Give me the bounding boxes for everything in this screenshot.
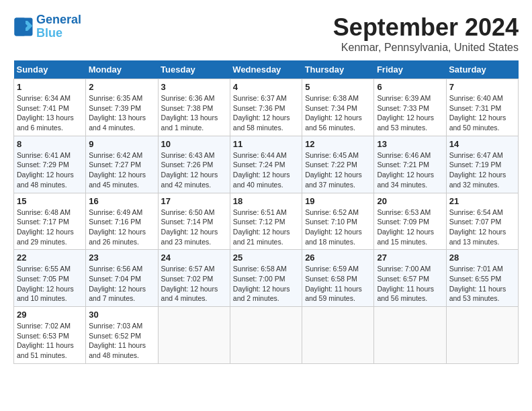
day-info: Sunrise: 6:39 AMSunset: 7:33 PMDaylight:…	[377, 93, 443, 133]
calendar-cell: 13Sunrise: 6:46 AMSunset: 7:21 PMDayligh…	[374, 136, 446, 193]
calendar-cell: 9Sunrise: 6:42 AMSunset: 7:27 PMDaylight…	[86, 136, 158, 193]
calendar-cell: 3Sunrise: 6:36 AMSunset: 7:38 PMDaylight…	[158, 79, 230, 136]
calendar-cell	[374, 307, 446, 364]
day-number: 24	[161, 253, 227, 263]
calendar-cell	[158, 307, 230, 364]
day-number: 6	[377, 82, 443, 92]
day-number: 16	[89, 196, 154, 206]
calendar-header-row: SundayMondayTuesdayWednesdayThursdayFrid…	[14, 60, 519, 79]
calendar-cell: 25Sunrise: 6:58 AMSunset: 7:00 PMDayligh…	[230, 250, 302, 307]
day-number: 28	[449, 253, 515, 263]
calendar-cell: 29Sunrise: 7:02 AMSunset: 6:53 PMDayligh…	[14, 307, 86, 364]
calendar-week-5: 29Sunrise: 7:02 AMSunset: 6:53 PMDayligh…	[14, 307, 519, 364]
day-number: 9	[89, 139, 154, 149]
calendar-week-2: 8Sunrise: 6:41 AMSunset: 7:29 PMDaylight…	[14, 136, 519, 193]
day-info: Sunrise: 6:41 AMSunset: 7:29 PMDaylight:…	[17, 150, 83, 190]
calendar-cell	[230, 307, 302, 364]
calendar-cell: 15Sunrise: 6:48 AMSunset: 7:17 PMDayligh…	[14, 193, 86, 250]
day-info: Sunrise: 6:38 AMSunset: 7:34 PMDaylight:…	[305, 93, 371, 133]
calendar-cell: 14Sunrise: 6:47 AMSunset: 7:19 PMDayligh…	[446, 136, 518, 193]
day-info: Sunrise: 6:58 AMSunset: 7:00 PMDaylight:…	[233, 264, 299, 304]
weekday-header-sunday: Sunday	[14, 60, 86, 79]
day-number: 23	[89, 253, 154, 263]
page-title: September 2024	[333, 13, 519, 42]
day-number: 25	[233, 253, 299, 263]
day-info: Sunrise: 6:43 AMSunset: 7:26 PMDaylight:…	[161, 150, 227, 190]
calendar-cell: 17Sunrise: 6:50 AMSunset: 7:14 PMDayligh…	[158, 193, 230, 250]
day-number: 4	[233, 82, 299, 92]
day-info: Sunrise: 7:03 AMSunset: 6:52 PMDaylight:…	[89, 321, 154, 361]
day-info: Sunrise: 6:47 AMSunset: 7:19 PMDaylight:…	[449, 150, 515, 190]
day-number: 3	[161, 82, 227, 92]
calendar-week-4: 22Sunrise: 6:55 AMSunset: 7:05 PMDayligh…	[14, 250, 519, 307]
logo: General Blue	[13, 13, 81, 40]
calendar-cell: 20Sunrise: 6:53 AMSunset: 7:09 PMDayligh…	[374, 193, 446, 250]
day-number: 12	[305, 139, 371, 149]
day-number: 10	[161, 139, 227, 149]
day-number: 15	[17, 196, 83, 206]
calendar-cell: 2Sunrise: 6:35 AMSunset: 7:39 PMDaylight…	[86, 79, 158, 136]
calendar-week-3: 15Sunrise: 6:48 AMSunset: 7:17 PMDayligh…	[14, 193, 519, 250]
svg-rect-2	[15, 17, 26, 36]
calendar-cell: 11Sunrise: 6:44 AMSunset: 7:24 PMDayligh…	[230, 136, 302, 193]
day-info: Sunrise: 6:46 AMSunset: 7:21 PMDaylight:…	[377, 150, 443, 190]
day-number: 14	[449, 139, 515, 149]
day-number: 5	[305, 82, 371, 92]
day-info: Sunrise: 6:55 AMSunset: 7:05 PMDaylight:…	[17, 264, 83, 304]
weekday-header-friday: Friday	[374, 60, 446, 79]
day-number: 30	[89, 310, 154, 320]
day-number: 26	[305, 253, 371, 263]
day-number: 7	[449, 82, 515, 92]
calendar-cell: 5Sunrise: 6:38 AMSunset: 7:34 PMDaylight…	[302, 79, 374, 136]
calendar-cell: 18Sunrise: 6:51 AMSunset: 7:12 PMDayligh…	[230, 193, 302, 250]
day-number: 2	[89, 82, 154, 92]
day-info: Sunrise: 6:48 AMSunset: 7:17 PMDaylight:…	[17, 208, 83, 247]
day-info: Sunrise: 6:51 AMSunset: 7:12 PMDaylight:…	[233, 208, 299, 247]
calendar-cell: 22Sunrise: 6:55 AMSunset: 7:05 PMDayligh…	[14, 250, 86, 307]
day-number: 11	[233, 139, 299, 149]
calendar-cell: 16Sunrise: 6:49 AMSunset: 7:16 PMDayligh…	[86, 193, 158, 250]
title-block: September 2024 Kenmar, Pennsylvania, Uni…	[333, 13, 519, 54]
day-info: Sunrise: 6:40 AMSunset: 7:31 PMDaylight:…	[449, 93, 515, 133]
day-info: Sunrise: 6:59 AMSunset: 6:58 PMDaylight:…	[305, 264, 371, 304]
logo-text: General Blue	[36, 13, 81, 40]
calendar-cell: 26Sunrise: 6:59 AMSunset: 6:58 PMDayligh…	[302, 250, 374, 307]
calendar-cell	[446, 307, 518, 364]
calendar-cell: 6Sunrise: 6:39 AMSunset: 7:33 PMDaylight…	[374, 79, 446, 136]
weekday-header-monday: Monday	[86, 60, 158, 79]
day-info: Sunrise: 6:34 AMSunset: 7:41 PMDaylight:…	[17, 93, 83, 133]
day-info: Sunrise: 7:02 AMSunset: 6:53 PMDaylight:…	[17, 321, 83, 361]
calendar-cell: 1Sunrise: 6:34 AMSunset: 7:41 PMDaylight…	[14, 79, 86, 136]
day-number: 13	[377, 139, 443, 149]
calendar-cell: 10Sunrise: 6:43 AMSunset: 7:26 PMDayligh…	[158, 136, 230, 193]
day-info: Sunrise: 6:45 AMSunset: 7:22 PMDaylight:…	[305, 150, 371, 190]
calendar-week-1: 1Sunrise: 6:34 AMSunset: 7:41 PMDaylight…	[14, 79, 519, 136]
logo-icon	[13, 17, 34, 37]
day-info: Sunrise: 7:01 AMSunset: 6:55 PMDaylight:…	[449, 264, 515, 304]
day-number: 19	[305, 196, 371, 206]
day-info: Sunrise: 6:37 AMSunset: 7:36 PMDaylight:…	[233, 93, 299, 133]
day-info: Sunrise: 6:53 AMSunset: 7:09 PMDaylight:…	[377, 208, 443, 247]
day-info: Sunrise: 7:00 AMSunset: 6:57 PMDaylight:…	[377, 264, 443, 304]
weekday-header-tuesday: Tuesday	[158, 60, 230, 79]
calendar-cell: 8Sunrise: 6:41 AMSunset: 7:29 PMDaylight…	[14, 136, 86, 193]
weekday-header-thursday: Thursday	[302, 60, 374, 79]
calendar-table: SundayMondayTuesdayWednesdayThursdayFrid…	[13, 60, 519, 364]
calendar-cell: 12Sunrise: 6:45 AMSunset: 7:22 PMDayligh…	[302, 136, 374, 193]
day-number: 27	[377, 253, 443, 263]
day-number: 22	[17, 253, 83, 263]
calendar-cell: 21Sunrise: 6:54 AMSunset: 7:07 PMDayligh…	[446, 193, 518, 250]
day-info: Sunrise: 6:52 AMSunset: 7:10 PMDaylight:…	[305, 208, 371, 247]
calendar-cell: 28Sunrise: 7:01 AMSunset: 6:55 PMDayligh…	[446, 250, 518, 307]
day-info: Sunrise: 6:54 AMSunset: 7:07 PMDaylight:…	[449, 208, 515, 247]
day-number: 20	[377, 196, 443, 206]
calendar-cell: 7Sunrise: 6:40 AMSunset: 7:31 PMDaylight…	[446, 79, 518, 136]
day-number: 17	[161, 196, 227, 206]
weekday-header-saturday: Saturday	[446, 60, 518, 79]
day-number: 18	[233, 196, 299, 206]
day-info: Sunrise: 6:44 AMSunset: 7:24 PMDaylight:…	[233, 150, 299, 190]
day-info: Sunrise: 6:56 AMSunset: 7:04 PMDaylight:…	[89, 264, 154, 304]
calendar-cell: 30Sunrise: 7:03 AMSunset: 6:52 PMDayligh…	[86, 307, 158, 364]
calendar-cell: 4Sunrise: 6:37 AMSunset: 7:36 PMDaylight…	[230, 79, 302, 136]
day-info: Sunrise: 6:57 AMSunset: 7:02 PMDaylight:…	[161, 264, 227, 304]
